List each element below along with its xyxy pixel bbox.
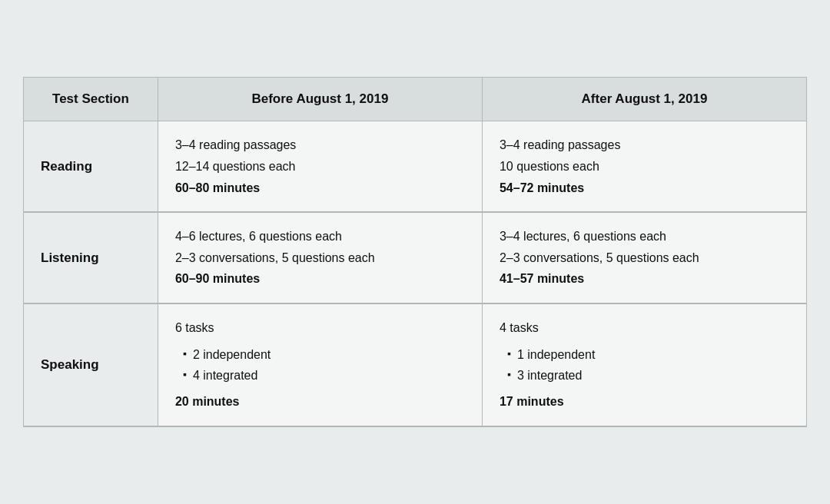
reading-before-content: 3–4 reading passages 12–14 questions eac… (175, 135, 465, 197)
speaking-before-cell: 6 tasks 2 independent 4 integrated 20 mi… (158, 303, 482, 426)
reading-before-line2: 12–14 questions each (175, 157, 465, 177)
listening-after-content: 3–4 lectures, 6 questions each 2–3 conve… (500, 227, 789, 289)
header-before: Before August 1, 2019 (158, 78, 482, 121)
speaking-after-bullet2: 3 integrated (507, 365, 789, 386)
speaking-before-bullet2: 4 integrated (183, 365, 465, 386)
speaking-before-bullet1: 2 independent (183, 344, 465, 365)
listening-before-bold: 60–90 minutes (175, 269, 465, 289)
speaking-before-content: 6 tasks 2 independent 4 integrated 20 mi… (175, 318, 465, 412)
header-test-section: Test Section (24, 78, 158, 121)
reading-after-cell: 3–4 reading passages 10 questions each 5… (482, 121, 806, 212)
speaking-before-bullets: 2 independent 4 integrated (175, 344, 465, 386)
reading-after-line1: 3–4 reading passages (500, 135, 789, 155)
comparison-table: Test Section Before August 1, 2019 After… (23, 77, 807, 426)
speaking-after-intro: 4 tasks (500, 318, 789, 338)
table-row: Reading 3–4 reading passages 12–14 quest… (24, 121, 807, 212)
listening-after-line1: 3–4 lectures, 6 questions each (500, 227, 789, 247)
speaking-after-cell: 4 tasks 1 independent 3 integrated 17 mi… (482, 303, 806, 426)
header-after: After August 1, 2019 (482, 78, 806, 121)
reading-before-cell: 3–4 reading passages 12–14 questions eac… (158, 121, 482, 212)
speaking-after-bullets: 1 independent 3 integrated (500, 344, 789, 386)
section-label-listening: Listening (24, 212, 158, 303)
listening-after-bold: 41–57 minutes (500, 269, 789, 289)
speaking-before-intro: 6 tasks (175, 318, 465, 338)
reading-after-bold: 54–72 minutes (500, 178, 789, 198)
table-row: Speaking 6 tasks 2 independent 4 integra… (24, 303, 807, 426)
listening-before-line2: 2–3 conversations, 5 questions each (175, 248, 465, 268)
reading-after-line2: 10 questions each (500, 157, 789, 177)
speaking-before-bold: 20 minutes (175, 392, 465, 412)
listening-after-cell: 3–4 lectures, 6 questions each 2–3 conve… (482, 212, 806, 303)
listening-after-line2: 2–3 conversations, 5 questions each (500, 248, 789, 268)
speaking-after-bullet1: 1 independent (507, 344, 789, 365)
reading-after-content: 3–4 reading passages 10 questions each 5… (500, 135, 789, 197)
table-wrapper: Test Section Before August 1, 2019 After… (0, 0, 830, 504)
section-label-reading: Reading (24, 121, 158, 212)
section-label-speaking: Speaking (24, 303, 158, 426)
speaking-after-bold: 17 minutes (500, 392, 789, 412)
speaking-after-content: 4 tasks 1 independent 3 integrated 17 mi… (500, 318, 789, 412)
reading-before-bold: 60–80 minutes (175, 178, 465, 198)
table-row: Listening 4–6 lectures, 6 questions each… (24, 212, 807, 303)
reading-before-line1: 3–4 reading passages (175, 135, 465, 155)
listening-before-line1: 4–6 lectures, 6 questions each (175, 227, 465, 247)
listening-before-cell: 4–6 lectures, 6 questions each 2–3 conve… (158, 212, 482, 303)
listening-before-content: 4–6 lectures, 6 questions each 2–3 conve… (175, 227, 465, 289)
